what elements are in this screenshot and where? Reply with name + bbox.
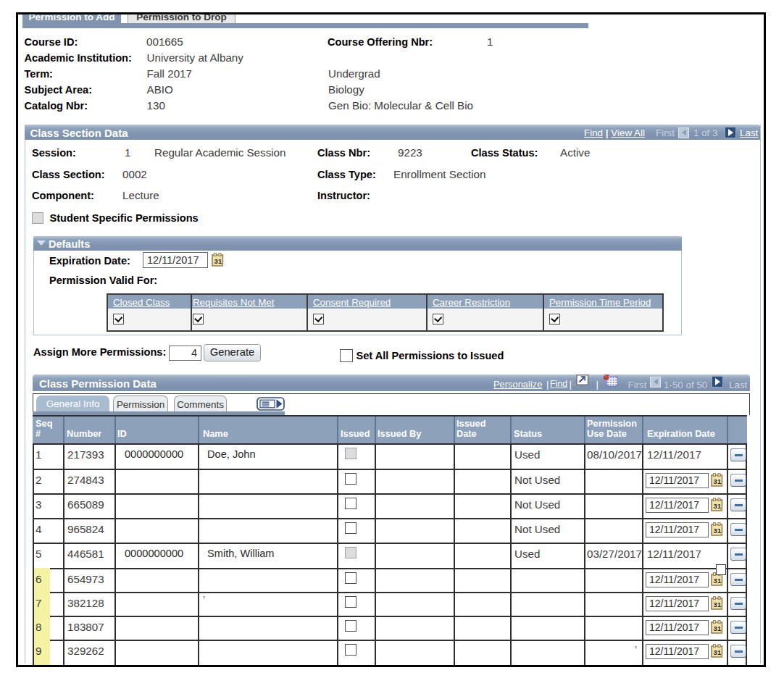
svg-text:31: 31 <box>714 527 722 535</box>
svg-text:31: 31 <box>714 502 722 510</box>
svg-text:31: 31 <box>714 577 722 585</box>
svg-text:31: 31 <box>214 257 222 265</box>
svg-text:31: 31 <box>714 477 722 485</box>
svg-text:31: 31 <box>714 624 722 632</box>
svg-text:31: 31 <box>714 648 722 656</box>
svg-text:31: 31 <box>714 600 722 608</box>
